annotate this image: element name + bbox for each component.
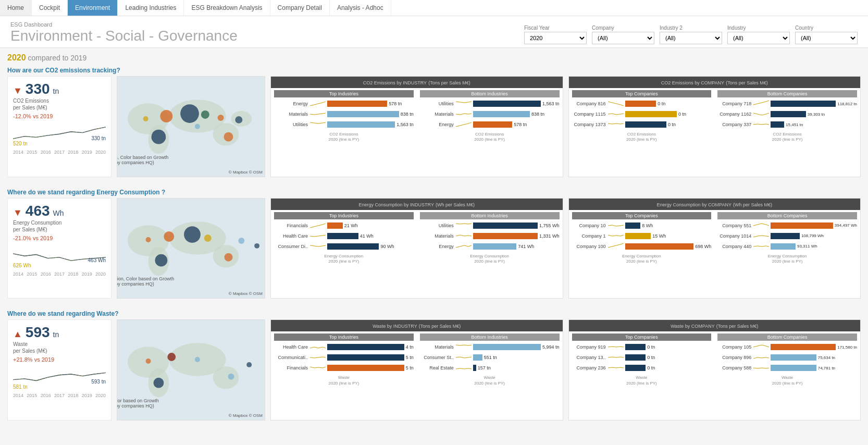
waste-question: Where do we stand regarding Waste? (7, 310, 119, 317)
waste-kpi: ▲ 593 tn Waste per Sales (M€) +21.8% vs … (7, 319, 111, 421)
page-title: Environment - Social - Governance (10, 28, 238, 44)
filter-panel: Fiscal Year 202020192018 Company (All) I… (524, 25, 858, 44)
country-select[interactable]: (All) (795, 32, 858, 44)
co2-company-bottom: Bottom Companies Company 718 118,812 tn … (714, 88, 860, 174)
dashboard-subtitle: ESG Dashboard (10, 21, 238, 28)
industry-select[interactable]: (All) (727, 32, 790, 44)
waste-industry-chart: Waste by INDUSTRY (Tons per Sales M€) To… (270, 319, 563, 421)
company-filter: Company (All) (592, 25, 654, 44)
industry2-select[interactable]: (All) (660, 32, 722, 44)
svg-point-24 (146, 237, 151, 242)
energy-kpi: ▼ 463 Wh Energy Consumption per Sales (M… (7, 198, 111, 299)
waste-company-top: Top Companies Company 919 0 tn Company 1… (569, 331, 715, 417)
energy-value: 463 (26, 203, 50, 219)
svg-point-20 (164, 231, 174, 242)
map-caption-co2: Sized by CO2 Emissions, Color based on G… (117, 155, 191, 165)
co2-question: How are our CO2 emissions tracking? (7, 67, 120, 74)
compared-text: compared to 2019 (28, 54, 86, 62)
energy-bot-bar-1: Utilities 1,755 Wh (420, 221, 560, 230)
energy-unit: Wh (53, 209, 64, 217)
co2-sparkline: 520 tn 330 tn (13, 122, 106, 149)
svg-point-21 (184, 226, 201, 243)
co2-row: ▼ 330 tn CO2 Emissions per Sales (M€) -1… (7, 76, 861, 177)
waste-company-title: Waste by COMPANY (Tons per Sales M€) (569, 320, 861, 331)
nav-tab-company-detail[interactable]: Company Detail (270, 0, 330, 16)
waste-pct: +21.8% vs 2019 (13, 356, 106, 363)
waste-sub: Waste per Sales (M€) (13, 341, 106, 354)
co2-industry-body: Top Industries Energy 578 tn Materials 8… (271, 88, 563, 174)
co2-top-industries-header: Top Industries (274, 90, 414, 97)
waste-bot-co-2: Company 896 75,634 tn (717, 353, 857, 362)
co2-unit: tn (53, 87, 59, 95)
fiscal-year-select[interactable]: 202020192018 (524, 32, 587, 44)
energy-company-body: Top Companies Company 10 8 Wh Company 1 … (569, 210, 861, 295)
energy-row: ▼ 463 Wh Energy Consumption per Sales (M… (7, 198, 861, 299)
fiscal-year-label: Fiscal Year (524, 25, 587, 31)
waste-top-co-3: Company 236 0 tn (572, 364, 712, 372)
waste-industry-top: Top Industries Health Care 4 tn Communic… (271, 331, 417, 417)
co2-bottom-industries-header: Bottom Industries (420, 90, 560, 97)
energy-section: Where do we stand regarding Energy Consu… (7, 189, 861, 305)
svg-point-23 (155, 254, 167, 266)
energy-industry-chart: Energy Consumption by INDUSTRY (Wh per S… (270, 198, 563, 299)
co2-pct: -12.0% vs 2019 (13, 113, 106, 119)
co2-sub: CO2 Emissions per Sales (M€) (13, 97, 106, 111)
energy-year-axis: 2014201520162017201820192020 (13, 271, 106, 277)
nav-tab-analysis---adhoc[interactable]: Analysis - Adhoc (330, 0, 391, 16)
fiscal-year-filter: Fiscal Year 202020192018 (524, 25, 587, 44)
co2-company-chart: CO2 Emissions by COMPANY (Tons per Sales… (568, 76, 861, 177)
nav-tab-home[interactable]: Home (0, 0, 32, 16)
header-left: ESG Dashboard Environment - Social - Gov… (10, 21, 238, 44)
energy-bot-co-2: Company 1014 108,799 Wh (717, 232, 857, 240)
current-year: 2020 (7, 53, 26, 62)
waste-industry-body: Top Industries Health Care 4 tn Communic… (271, 331, 563, 417)
svg-point-38 (246, 362, 252, 367)
industry2-filter: Industry 2 (All) (660, 25, 722, 44)
title-light: - Social - Governance (96, 28, 238, 44)
co2-kpi: ▼ 330 tn CO2 Emissions per Sales (M€) -1… (7, 76, 111, 177)
co2-section: How are our CO2 emissions tracking? ▼ 33… (7, 67, 861, 183)
co2-ind-footer-top: CO2 Emissions2020 (line is PY) (274, 131, 414, 144)
co2-company-top: Top Companies Company 816 0 tn Company 1… (569, 88, 715, 174)
waste-bot-bar-1: Materials 5,994 tn (420, 343, 560, 351)
nav-tab-environment[interactable]: Environment (68, 0, 118, 16)
energy-industry-bottom: Bottom Industries Utilities 1,755 Wh Mat… (417, 210, 563, 295)
svg-point-35 (154, 378, 164, 388)
svg-point-22 (204, 234, 212, 242)
co2-bot-bar-3: Energy 578 tn (420, 120, 560, 129)
energy-industry-top: Top Industries Financials 21 Wh Health C… (271, 210, 417, 295)
nav-tab-leading-industries[interactable]: Leading Industries (118, 0, 184, 16)
svg-point-10 (152, 130, 166, 144)
svg-point-11 (143, 116, 148, 121)
energy-top-co-3: Company 100 698 Wh (572, 242, 712, 251)
year-axis: 2014201520162017201820192020 (13, 150, 106, 155)
co2-value: 330 (26, 81, 50, 97)
waste-top-bar-1: Health Care 4 tn (274, 343, 414, 351)
nav-tab-esg-breakdown-analysis[interactable]: ESG Breakdown Analysis (184, 0, 270, 16)
energy-spark-right: 463 Wh (88, 257, 106, 263)
waste-unit: tn (53, 330, 59, 339)
svg-point-25 (238, 238, 244, 244)
energy-top-bar-3: Consumer Di.. 90 Wh (274, 242, 414, 251)
co2-top-co-2: Company 1115 0 tn (572, 110, 712, 118)
waste-company-bottom: Bottom Companies Company 105 171,580 tn … (714, 331, 860, 417)
company-select[interactable]: (All) (592, 32, 654, 44)
energy-arrow: ▼ (13, 207, 22, 218)
waste-top-bar-3: Financials 5 tn (274, 364, 414, 372)
svg-point-27 (254, 243, 259, 249)
map-credit-waste: © Mapbox © OSM (229, 413, 263, 418)
svg-point-8 (201, 110, 209, 119)
waste-industry-title: Waste by INDUSTRY (Tons per Sales M€) (271, 320, 563, 331)
svg-point-34 (195, 357, 200, 362)
energy-bot-co-1: Company 551 394,497 Wh (717, 221, 857, 230)
waste-spark-left: 581 tn (13, 384, 28, 390)
co2-top-bar-3: Utilities 1,563 tn (274, 120, 414, 129)
co2-bot-co-2: Company 1162 39,303 tn (717, 110, 857, 118)
svg-point-14 (224, 132, 233, 142)
energy-sub: Energy Consumption per Sales (M€) (13, 219, 106, 233)
nav-tab-cockpit[interactable]: Cockpit (32, 0, 68, 16)
waste-top-co-1: Company 919 0 tn (572, 343, 712, 351)
industry-filter: Industry (All) (727, 25, 790, 44)
energy-top-co-1: Company 10 8 Wh (572, 221, 712, 230)
energy-company-top: Top Companies Company 10 8 Wh Company 1 … (569, 210, 715, 295)
